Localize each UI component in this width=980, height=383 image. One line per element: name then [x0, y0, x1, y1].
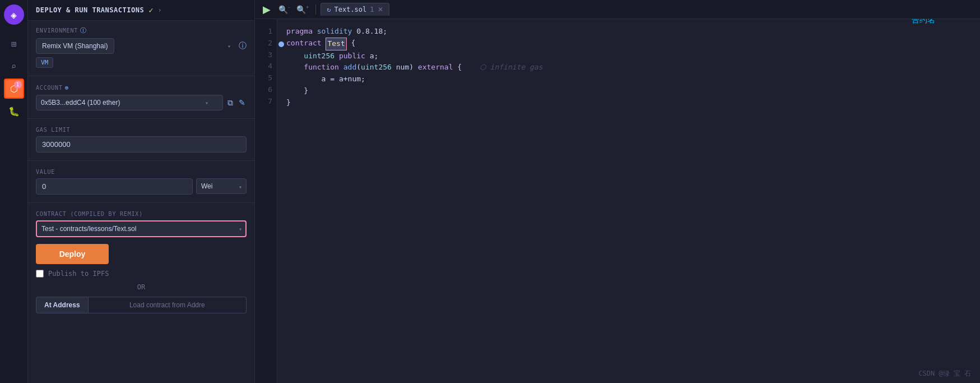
annotation-label: 合约名 [912, 19, 935, 26]
zoom-in-button[interactable]: 🔍+ [294, 4, 311, 14]
token: } [286, 85, 308, 97]
tab-filename: Text.sol [335, 6, 367, 13]
environment-section: ENVIRONMENT ⓘ Remix VM (Shanghai) ⓘ VM [28, 21, 254, 73]
token: function [304, 62, 339, 73]
code-line-4: function add(uint256 num) external { ⬡ i… [286, 62, 971, 73]
token: uint256 [361, 62, 392, 73]
account-select-wrapper: 0x5B3...eddC4 (100 ether) [36, 95, 223, 110]
token: } [286, 97, 291, 109]
environment-info-button[interactable]: ⓘ [239, 41, 247, 51]
token: add [343, 62, 356, 73]
environment-info-icon: ⓘ [80, 26, 87, 35]
token [286, 62, 304, 73]
edit-account-button[interactable]: ✎ [238, 97, 247, 108]
code-line-6: } [286, 85, 971, 97]
publish-ipfs-label: Publish to IPFS [48, 270, 109, 278]
account-select[interactable]: 0x5B3...eddC4 (100 ether) [36, 95, 223, 110]
token: num) [392, 62, 418, 73]
line-numbers: 1 2 3 4 5 6 7 [255, 19, 277, 383]
code-line-7: } [286, 97, 971, 109]
tab-divider [315, 4, 316, 15]
token [335, 50, 339, 62]
token: pragma [286, 26, 317, 38]
editor-area: ▶ 🔍- 🔍+ ↻ Text.sol 1 ✕ 1 2 3 4 5 6 7 pra [255, 0, 980, 383]
contract-select-wrapper: Test - contracts/lessons/Text.sol [36, 220, 247, 237]
file-tab-textsol[interactable]: ↻ Text.sol 1 ✕ [321, 3, 389, 16]
contract-select[interactable]: Test - contracts/lessons/Text.sol [36, 220, 247, 237]
publish-ipfs-checkbox[interactable] [36, 270, 44, 278]
line-indicator-dot [278, 41, 284, 47]
line-number: 6 [259, 84, 272, 96]
token-contract-name: Test [326, 38, 346, 50]
sidebar-icon-debug[interactable]: 🐛 [4, 101, 24, 121]
token: public [339, 50, 365, 62]
address-row: At Address Load contract from Addre [36, 297, 247, 313]
gas-limit-input[interactable] [36, 136, 247, 153]
gas-limit-section: GAS LIMIT [28, 121, 254, 158]
sidebar-icon-files[interactable]: ⊞ [4, 34, 24, 54]
sync-icon: ↻ [327, 6, 331, 13]
gas-comment: ⬡ infinite gas [471, 62, 542, 73]
environment-select[interactable]: Remix VM (Shanghai) [36, 38, 114, 54]
value-section: VALUE Wei Gwei Finney Ether [28, 163, 254, 200]
deploy-button[interactable]: Deploy [36, 244, 109, 264]
token: a = a+num; [286, 73, 365, 85]
icon-sidebar: ◈ ⊞ ⌕ ⬡ 1 🐛 [0, 0, 28, 383]
token: ( [356, 62, 361, 73]
line-number: 1 [259, 26, 272, 38]
token: solidity [317, 26, 352, 38]
line-number: 3 [259, 49, 272, 61]
value-label: VALUE [36, 169, 247, 175]
token: uint256 [304, 50, 335, 62]
left-panel: DEPLOY & RUN TRANSACTIONS ✓ › ENVIRONMEN… [28, 0, 255, 383]
or-divider: OR [36, 283, 247, 291]
at-address-button[interactable]: At Address [36, 297, 89, 313]
sidebar-icon-search[interactable]: ⌕ [4, 56, 24, 76]
code-line-5: a = a+num; [286, 73, 971, 85]
token [286, 50, 304, 62]
value-input[interactable] [36, 178, 193, 195]
account-label: ACCOUNT ⊕ [36, 84, 247, 91]
token: { [453, 62, 462, 73]
vm-badge: VM [36, 57, 53, 68]
tab-count: 1 [370, 6, 374, 13]
app-logo-icon: ◈ [4, 4, 24, 25]
code-editor: 1 2 3 4 5 6 7 pragma solidity 0.8.18; co… [255, 19, 980, 383]
token [339, 62, 343, 73]
unit-select[interactable]: Wei Gwei Finney Ether [196, 178, 247, 194]
token: 0.8.18; [352, 26, 387, 38]
account-row: 0x5B3...eddC4 (100 ether) ⧉ ✎ [36, 95, 247, 110]
code-line-1: pragma solidity 0.8.18; [286, 26, 971, 38]
environment-row: Remix VM (Shanghai) ⓘ [36, 38, 247, 54]
account-section: ACCOUNT ⊕ 0x5B3...eddC4 (100 ether) ⧉ ✎ [28, 79, 254, 116]
tab-close-button[interactable]: ✕ [378, 6, 383, 13]
line-number: 4 [259, 61, 272, 72]
unit-select-wrapper: Wei Gwei Finney Ether [196, 178, 247, 195]
line-number: 5 [259, 72, 272, 84]
deploy-badge: 1 [14, 81, 22, 89]
footer-credit: CSDN @绿 宝 石 [918, 369, 971, 379]
arrow-icon: › [158, 6, 162, 14]
environment-select-wrapper: Remix VM (Shanghai) [36, 38, 235, 54]
load-contract-button[interactable]: Load contract from Addre [89, 297, 247, 313]
copy-account-button[interactable]: ⧉ [226, 97, 234, 109]
code-line-2: contract Test { [286, 38, 971, 50]
value-row: Wei Gwei Finney Ether [36, 178, 247, 195]
token: a; [365, 50, 378, 62]
gas-limit-label: GAS LIMIT [36, 127, 247, 133]
sidebar-icon-deploy[interactable]: ⬡ 1 [4, 79, 24, 99]
token: { [347, 38, 356, 49]
contract-label: CONTRACT (Compiled by Remix) [36, 211, 247, 217]
code-content[interactable]: pragma solidity 0.8.18; contract Test { … [277, 19, 980, 383]
token: external [418, 62, 453, 73]
token: contract [286, 38, 326, 49]
check-icon: ✓ [148, 6, 153, 15]
panel-title: DEPLOY & RUN TRANSACTIONS [36, 6, 144, 14]
run-button[interactable]: ▶ [259, 3, 274, 16]
environment-label: ENVIRONMENT ⓘ [36, 26, 247, 35]
panel-header: DEPLOY & RUN TRANSACTIONS ✓ › [28, 0, 254, 21]
line-number: 7 [259, 96, 272, 108]
contract-section: CONTRACT (Compiled by Remix) Test - cont… [28, 205, 254, 319]
code-line-3: uint256 public a; [286, 50, 971, 62]
zoom-out-button[interactable]: 🔍- [276, 4, 292, 14]
